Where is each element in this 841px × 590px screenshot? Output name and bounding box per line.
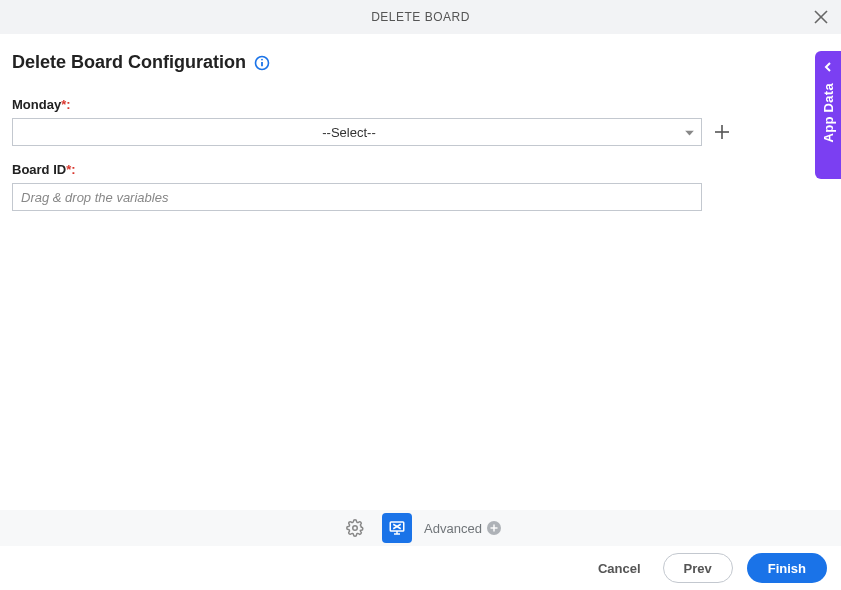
board-id-input[interactable]	[12, 183, 702, 211]
svg-point-4	[261, 58, 263, 60]
svg-point-7	[353, 526, 358, 531]
close-button[interactable]	[811, 7, 831, 27]
page-title: Delete Board Configuration	[12, 52, 246, 73]
modal-title: DELETE BOARD	[371, 10, 470, 24]
field-board-id: Board ID*:	[12, 162, 829, 211]
chevron-left-icon	[823, 61, 833, 73]
required-marker: *:	[66, 162, 75, 177]
settings-button[interactable]	[340, 513, 370, 543]
info-icon[interactable]	[254, 55, 270, 71]
app-data-tab[interactable]: App Data	[815, 51, 841, 179]
main-content: Delete Board Configuration Monday*: --Se…	[0, 34, 841, 211]
bottom-toolbar: Advanced	[0, 510, 841, 546]
monday-select-value: --Select--	[322, 125, 375, 140]
presentation-icon	[388, 519, 406, 537]
app-data-label: App Data	[821, 83, 836, 142]
presentation-button[interactable]	[382, 513, 412, 543]
field-monday-row: --Select--	[12, 118, 829, 146]
add-monday-button[interactable]	[712, 122, 732, 142]
monday-select-wrap: --Select--	[12, 118, 702, 146]
prev-button[interactable]: Prev	[663, 553, 733, 583]
advanced-toggle[interactable]: Advanced	[424, 521, 501, 536]
required-marker: *:	[61, 97, 70, 112]
finish-button[interactable]: Finish	[747, 553, 827, 583]
page-title-row: Delete Board Configuration	[12, 52, 829, 73]
plus-circle-icon	[487, 521, 501, 535]
plus-icon	[714, 124, 730, 140]
field-monday: Monday*: --Select--	[12, 97, 829, 146]
cancel-button[interactable]: Cancel	[590, 553, 649, 583]
advanced-label: Advanced	[424, 521, 482, 536]
field-label-text: Board ID	[12, 162, 66, 177]
footer: Cancel Prev Finish	[0, 546, 841, 590]
field-board-id-label: Board ID*:	[12, 162, 829, 177]
modal-header: DELETE BOARD	[0, 0, 841, 34]
monday-select[interactable]: --Select--	[12, 118, 702, 146]
close-icon	[814, 10, 828, 24]
field-monday-label: Monday*:	[12, 97, 829, 112]
field-label-text: Monday	[12, 97, 61, 112]
gear-icon	[346, 519, 364, 537]
